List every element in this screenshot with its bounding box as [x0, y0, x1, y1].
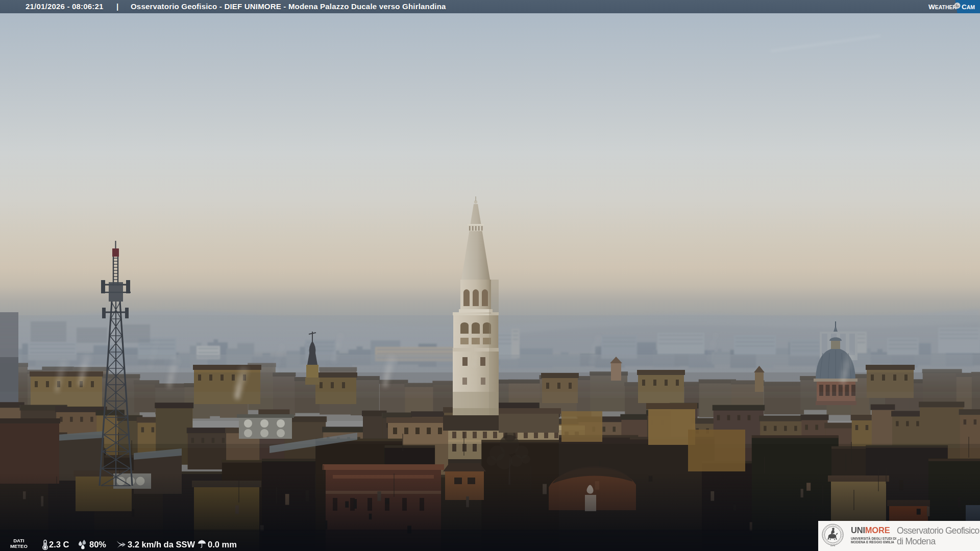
svg-text:WEATHER: WEATHER [928, 3, 957, 11]
svg-text:1175: 1175 [830, 544, 836, 547]
svg-text:CAM: CAM [962, 3, 975, 11]
